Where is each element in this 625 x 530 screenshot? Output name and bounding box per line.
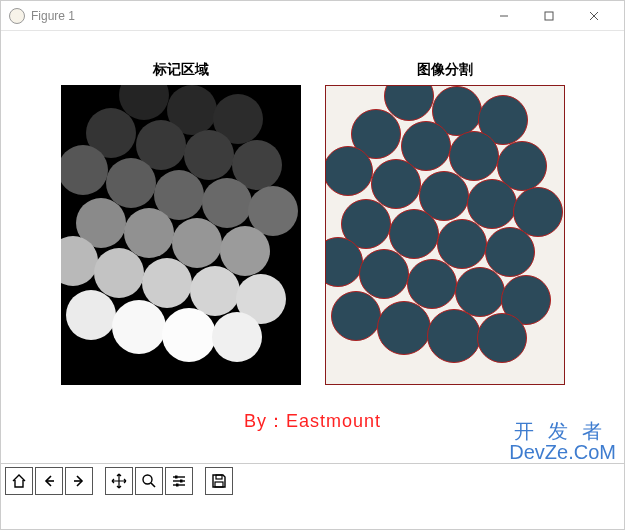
pan-button[interactable] xyxy=(105,467,133,495)
plot-right-image xyxy=(325,85,565,385)
region-marker xyxy=(94,248,144,298)
window-title: Figure 1 xyxy=(31,9,481,23)
segmented-coin xyxy=(359,249,409,299)
watermark-line2: DevZe.CoM xyxy=(509,442,616,463)
svg-line-7 xyxy=(151,483,155,487)
watermark-line1: 开发者 xyxy=(509,421,616,442)
maximize-button[interactable] xyxy=(526,2,571,30)
plot-right-title: 图像分割 xyxy=(417,61,473,79)
svg-rect-1 xyxy=(545,12,553,20)
window-controls xyxy=(481,2,616,30)
arrow-left-icon xyxy=(41,473,57,489)
svg-rect-12 xyxy=(180,480,183,483)
svg-rect-11 xyxy=(175,476,178,479)
segmented-coin xyxy=(477,313,527,363)
segmented-coin xyxy=(325,146,373,196)
zoom-button[interactable] xyxy=(135,467,163,495)
nav-toolbar xyxy=(1,463,624,498)
home-icon xyxy=(11,473,27,489)
segmented-coin xyxy=(377,301,431,355)
region-marker xyxy=(212,312,262,362)
region-marker xyxy=(162,308,216,362)
close-button[interactable] xyxy=(571,2,616,30)
plot-left: 标记区域 xyxy=(61,61,301,385)
zoom-icon xyxy=(141,473,157,489)
minimize-button[interactable] xyxy=(481,2,526,30)
region-marker xyxy=(112,300,166,354)
app-icon xyxy=(9,8,25,24)
sliders-icon xyxy=(171,473,187,489)
plot-left-image xyxy=(61,85,301,385)
plots-row: 标记区域 图像分割 xyxy=(21,61,604,385)
svg-rect-15 xyxy=(215,482,223,487)
plot-right: 图像分割 xyxy=(325,61,565,385)
titlebar: Figure 1 xyxy=(1,1,624,31)
segmented-coin xyxy=(427,309,481,363)
figure-canvas: 标记区域 图像分割 By：Eastmount 开发者 DevZe.CoM xyxy=(1,31,624,463)
arrow-right-icon xyxy=(71,473,87,489)
watermark: 开发者 DevZe.CoM xyxy=(509,421,616,463)
back-button[interactable] xyxy=(35,467,63,495)
save-button[interactable] xyxy=(205,467,233,495)
save-icon xyxy=(211,473,227,489)
move-icon xyxy=(111,473,127,489)
segmented-coin xyxy=(331,291,381,341)
svg-point-6 xyxy=(143,475,152,484)
configure-button[interactable] xyxy=(165,467,193,495)
home-button[interactable] xyxy=(5,467,33,495)
region-marker xyxy=(61,145,108,195)
forward-button[interactable] xyxy=(65,467,93,495)
segmented-coin xyxy=(407,259,457,309)
plot-left-title: 标记区域 xyxy=(153,61,209,79)
region-marker xyxy=(66,290,116,340)
region-marker xyxy=(142,258,192,308)
svg-rect-13 xyxy=(176,484,179,487)
